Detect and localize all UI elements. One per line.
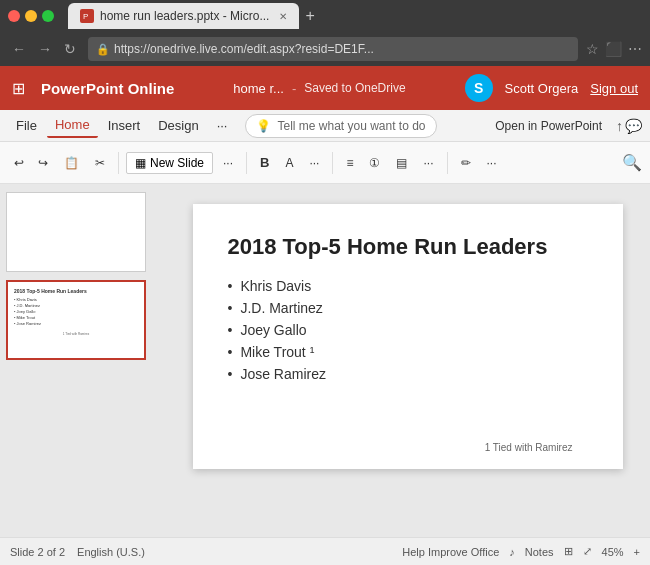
font-color-button[interactable]: A (279, 152, 299, 174)
numbering-button[interactable]: ① (363, 152, 386, 174)
title-bar: P home run leaders.pptx - Micro... ✕ + (0, 0, 650, 32)
ribbon-divider-3 (332, 152, 333, 174)
address-bar-row: ← → ↻ 🔒 https://onedrive.live.com/edit.a… (0, 32, 650, 66)
share-icon[interactable]: ↑ (616, 118, 623, 134)
extensions-icon[interactable]: ⬛ (605, 41, 622, 57)
canvas-area: 2018 Top-5 Home Run Leaders • Khris Davi… (165, 184, 650, 537)
slide-panel: 1 2 2018 Top-5 Home Run Leaders • Khris … (0, 184, 165, 537)
tab-title: home run leaders.pptx - Micro... (100, 9, 269, 23)
slide-thumb-bullet-3: • Joey Gallo (14, 309, 138, 314)
doc-title-area: home r... - Saved to OneDrive (186, 81, 452, 96)
fit-icon[interactable]: ⤢ (583, 545, 592, 558)
menu-home[interactable]: Home (47, 113, 98, 138)
main-area: 1 2 2018 Top-5 Home Run Leaders • Khris … (0, 184, 650, 537)
drawing-more[interactable]: ··· (481, 152, 503, 174)
slide-thumb-footnote: 1 Tied with Ramirez (14, 332, 138, 336)
ribbon-divider-2 (246, 152, 247, 174)
slide-thumb-bullet-1: • Khris Davis (14, 297, 138, 302)
address-bar[interactable]: 🔒 https://onedrive.live.com/edit.aspx?re… (88, 37, 578, 61)
fullscreen-button[interactable] (42, 10, 54, 22)
new-slide-button[interactable]: ▦ New Slide (126, 152, 213, 174)
back-button[interactable]: ← (8, 39, 30, 59)
status-right: Help Improve Office ♪ Notes ⊞ ⤢ 45% + (402, 545, 640, 558)
slide-title: 2018 Top-5 Home Run Leaders (228, 234, 588, 260)
bullet-item-2: • J.D. Martinez (228, 300, 588, 316)
menu-insert[interactable]: Insert (100, 114, 149, 137)
bullet-text-2: J.D. Martinez (240, 300, 322, 316)
comment-icon[interactable]: 💬 (625, 118, 642, 134)
bullet-dot-4: • (228, 344, 233, 360)
nav-buttons: ← → ↻ (8, 39, 80, 59)
search-button[interactable]: 🔍 (622, 153, 642, 172)
notes-label[interactable]: Notes (525, 546, 554, 558)
skype-icon[interactable]: S (465, 74, 493, 102)
more-button[interactable]: ··· (217, 152, 239, 174)
menu-more[interactable]: ··· (209, 114, 236, 137)
close-button[interactable] (8, 10, 20, 22)
slide-thumb-bullet-2: • J.D. Martinez (14, 303, 138, 308)
slide-footnote: 1 Tied with Ramirez (485, 442, 573, 453)
menu-design[interactable]: Design (150, 114, 206, 137)
new-tab-button[interactable]: + (305, 7, 314, 25)
minimize-button[interactable] (25, 10, 37, 22)
tab-bar: P home run leaders.pptx - Micro... ✕ + (68, 3, 642, 29)
bold-button[interactable]: B (254, 151, 275, 174)
browser-chrome: P home run leaders.pptx - Micro... ✕ + ←… (0, 0, 650, 66)
drawing-button[interactable]: ✏ (455, 152, 477, 174)
tab-favicon: P (80, 9, 94, 23)
slide-blank-content (7, 193, 145, 271)
paragraph-more[interactable]: ··· (417, 152, 439, 174)
bullet-dot-1: • (228, 278, 233, 294)
font-more-button[interactable]: ··· (303, 152, 325, 174)
cut-button[interactable]: ✂ (89, 152, 111, 174)
slide-thumb-2[interactable]: 2 2018 Top-5 Home Run Leaders • Khris Da… (6, 280, 159, 360)
reload-button[interactable]: ↻ (60, 39, 80, 59)
slide-canvas[interactable]: 2018 Top-5 Home Run Leaders • Khris Davi… (193, 204, 623, 469)
sign-out-button[interactable]: Sign out (590, 81, 638, 96)
list-button[interactable]: ≡ (340, 152, 359, 174)
align-button[interactable]: ▤ (390, 152, 413, 174)
undo-redo-group: ↩ ↪ (8, 152, 54, 174)
app-bar: ⊞ PowerPoint Online home r... - Saved to… (0, 66, 650, 110)
bullet-text-3: Joey Gallo (240, 322, 306, 338)
bullet-text-4: Mike Trout ¹ (240, 344, 314, 360)
traffic-lights (8, 10, 54, 22)
tell-me-box[interactable]: 💡 Tell me what you want to do (245, 114, 436, 138)
menu-bar: File Home Insert Design ··· 💡 Tell me wh… (0, 110, 650, 142)
slide-thumbnail-1 (6, 192, 146, 272)
open-in-ppt-button[interactable]: Open in PowerPoint (487, 115, 610, 137)
bullet-item-5: • Jose Ramirez (228, 366, 588, 382)
doc-filename: home r... (233, 81, 284, 96)
slide-thumbnail-2: 2018 Top-5 Home Run Leaders • Khris Davi… (6, 280, 146, 360)
undo-button[interactable]: ↩ (8, 152, 30, 174)
redo-button[interactable]: ↪ (32, 152, 54, 174)
slide-thumb-1[interactable]: 1 (6, 192, 159, 272)
help-improve[interactable]: Help Improve Office (402, 546, 499, 558)
new-slide-label: New Slide (150, 156, 204, 170)
grid-view-icon[interactable]: ⊞ (564, 545, 573, 558)
zoom-level: 45% (602, 546, 624, 558)
bullet-dot-5: • (228, 366, 233, 382)
forward-button[interactable]: → (34, 39, 56, 59)
bullet-list: • Khris Davis • J.D. Martinez • Joey Gal… (228, 278, 588, 382)
slide-info: Slide 2 of 2 (10, 546, 65, 558)
ribbon: ↩ ↪ 📋 ✂ ▦ New Slide ··· B A ··· ≡ ① ▤ ··… (0, 142, 650, 184)
menu-file[interactable]: File (8, 114, 45, 137)
star-icon[interactable]: ☆ (586, 41, 599, 57)
bullet-text-5: Jose Ramirez (240, 366, 326, 382)
svg-text:P: P (83, 12, 88, 21)
tab-close-button[interactable]: ✕ (279, 11, 287, 22)
active-tab[interactable]: P home run leaders.pptx - Micro... ✕ (68, 3, 299, 29)
doc-separator: - (292, 81, 296, 96)
url-text: https://onedrive.live.com/edit.aspx?resi… (114, 42, 374, 56)
menu-icon[interactable]: ⋯ (628, 41, 642, 57)
slide-thumb-title: 2018 Top-5 Home Run Leaders (14, 288, 138, 294)
notes-icon: ♪ (509, 546, 515, 558)
slide-thumb-bullet-5: • Jose Ramirez (14, 321, 138, 326)
paste-button[interactable]: 📋 (58, 152, 85, 174)
ribbon-divider-1 (118, 152, 119, 174)
zoom-in-icon[interactable]: + (634, 546, 640, 558)
app-grid-icon[interactable]: ⊞ (12, 79, 25, 98)
lightbulb-icon: 💡 (256, 119, 271, 133)
new-slide-icon: ▦ (135, 156, 146, 170)
